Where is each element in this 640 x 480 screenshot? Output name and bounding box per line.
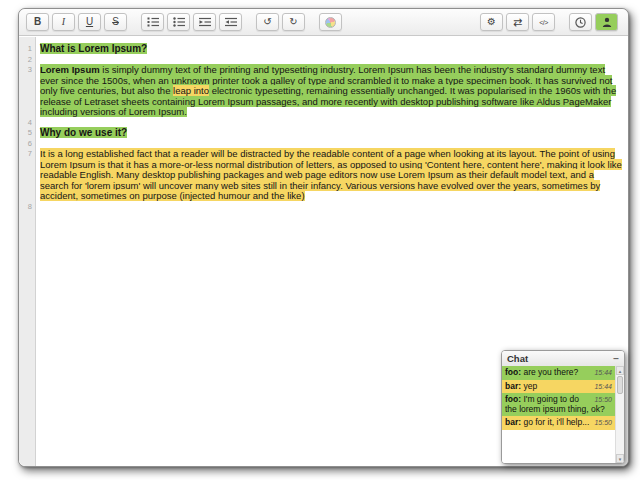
underline-button[interactable]: U bbox=[78, 13, 101, 31]
chat-message: 15:50foo: I'm going to do the lorem ipsu… bbox=[502, 393, 615, 416]
line-text: What is Lorem Ipsum? bbox=[35, 44, 628, 55]
unordered-list-icon bbox=[173, 17, 185, 27]
indent-icon bbox=[199, 17, 211, 27]
embed-button[interactable]: </> bbox=[532, 13, 555, 31]
undo-icon: ↺ bbox=[263, 17, 271, 27]
chat-scrollbar[interactable]: ▴ ▾ bbox=[615, 366, 624, 463]
import-export-arrows-icon: ⇄ bbox=[513, 17, 522, 28]
editor-line: 5Why do we use it? bbox=[19, 128, 628, 139]
chat-author: bar: bbox=[505, 381, 521, 391]
embed-code-icon: </> bbox=[539, 19, 548, 26]
line-number: 7 bbox=[19, 149, 35, 202]
toolbar-left: BIUS↺↻ bbox=[26, 13, 356, 31]
gear-icon: ⚙ bbox=[487, 17, 496, 27]
chat-message-list: 15:44foo: are you there?15:44bar: yep15:… bbox=[502, 366, 615, 463]
text-segment: What is Lorem Ipsum? bbox=[40, 43, 147, 54]
scroll-up-icon[interactable]: ▴ bbox=[616, 366, 624, 375]
chat-message: 15:44foo: are you there? bbox=[502, 366, 615, 380]
undo-button[interactable]: ↺ bbox=[256, 13, 279, 31]
line-number: 3 bbox=[19, 65, 35, 118]
line-text: Lorem Ipsum is simply dummy text of the … bbox=[35, 65, 628, 118]
redo-button[interactable]: ↻ bbox=[282, 13, 305, 31]
line-text bbox=[35, 202, 628, 213]
scrollbar-thumb[interactable] bbox=[617, 376, 623, 394]
text-segment: It is a long established fact that a rea… bbox=[40, 148, 622, 201]
unordered-list-button[interactable] bbox=[167, 13, 190, 31]
toolbar-group bbox=[141, 13, 245, 31]
chat-message-time: 15:44 bbox=[594, 368, 612, 378]
chat-message: 15:50bar: go for it, i'll help... bbox=[502, 416, 615, 430]
strikethrough-icon: S bbox=[112, 17, 119, 27]
clear-authorship-button[interactable] bbox=[319, 13, 342, 31]
settings-button[interactable]: ⚙ bbox=[480, 13, 503, 31]
line-text: Why do we use it? bbox=[35, 128, 628, 139]
chat-message-time: 15:50 bbox=[594, 418, 612, 428]
show-users-button[interactable] bbox=[595, 13, 618, 31]
editor-lines: 1What is Lorem Ipsum?2 3Lorem Ipsum is s… bbox=[19, 37, 628, 212]
ordered-list-icon bbox=[147, 17, 159, 27]
pad-window: BIUS↺↻ ⚙⇄</> 1What is Lorem Ipsum?2 3Lor… bbox=[18, 8, 629, 467]
outdent-icon bbox=[225, 17, 237, 27]
toolbar-group: BIUS bbox=[26, 13, 130, 31]
chat-message-time: 15:44 bbox=[594, 382, 612, 392]
chat-author: bar: bbox=[505, 417, 521, 427]
toolbar-right: ⚙⇄</> bbox=[469, 13, 621, 31]
line-number: 8 bbox=[19, 202, 35, 213]
import-export-button[interactable]: ⇄ bbox=[506, 13, 529, 31]
line-number: 6 bbox=[19, 139, 35, 150]
text-segment: leap into bbox=[173, 85, 209, 96]
chat-message: 15:44bar: yep bbox=[502, 380, 615, 394]
outdent-button[interactable] bbox=[219, 13, 242, 31]
line-number: 5 bbox=[19, 128, 35, 139]
editor-line: 3Lorem Ipsum is simply dummy text of the… bbox=[19, 65, 628, 118]
redo-icon: ↻ bbox=[289, 17, 297, 27]
line-number: 1 bbox=[19, 44, 35, 55]
editor-line: 8 bbox=[19, 202, 628, 213]
rainbow-circle-icon bbox=[325, 17, 336, 28]
bold-icon: B bbox=[34, 17, 41, 27]
italic-icon: I bbox=[62, 17, 65, 27]
bold-button[interactable]: B bbox=[26, 13, 49, 31]
editor-line: 1What is Lorem Ipsum? bbox=[19, 44, 628, 55]
chat-header[interactable]: Chat − bbox=[502, 351, 624, 367]
chat-message-time: 15:50 bbox=[594, 395, 612, 405]
chat-author: foo: bbox=[505, 367, 521, 377]
page: BIUS↺↻ ⚙⇄</> 1What is Lorem Ipsum?2 3Lor… bbox=[0, 0, 640, 480]
toolbar-group: ⚙⇄</> bbox=[480, 13, 558, 31]
chat-panel: Chat − 15:44foo: are you there?15:44bar:… bbox=[501, 350, 625, 464]
chat-title: Chat bbox=[507, 353, 528, 364]
editor-line: 7It is a long established fact that a re… bbox=[19, 149, 628, 202]
chat-minimize-icon[interactable]: − bbox=[613, 354, 619, 364]
user-silhouette-icon bbox=[602, 17, 612, 27]
toolbar-group bbox=[319, 13, 345, 31]
toolbar-group: ↺↻ bbox=[256, 13, 308, 31]
ordered-list-button[interactable] bbox=[141, 13, 164, 31]
line-number: 2 bbox=[19, 55, 35, 66]
line-text: It is a long established fact that a rea… bbox=[35, 149, 628, 202]
text-segment: Why do we use it? bbox=[40, 127, 127, 138]
timeslider-button[interactable] bbox=[569, 13, 592, 31]
clock-icon bbox=[575, 17, 586, 28]
toolbar-group bbox=[569, 13, 621, 31]
toolbar: BIUS↺↻ ⚙⇄</> bbox=[19, 9, 628, 36]
italic-button[interactable]: I bbox=[52, 13, 75, 31]
line-number: 4 bbox=[19, 118, 35, 129]
chat-author: foo: bbox=[505, 394, 521, 404]
indent-button[interactable] bbox=[193, 13, 216, 31]
strikethrough-button[interactable]: S bbox=[104, 13, 127, 31]
scroll-down-icon[interactable]: ▾ bbox=[616, 454, 624, 463]
underline-icon: U bbox=[86, 17, 93, 27]
text-segment: Lorem Ipsum bbox=[40, 64, 100, 75]
